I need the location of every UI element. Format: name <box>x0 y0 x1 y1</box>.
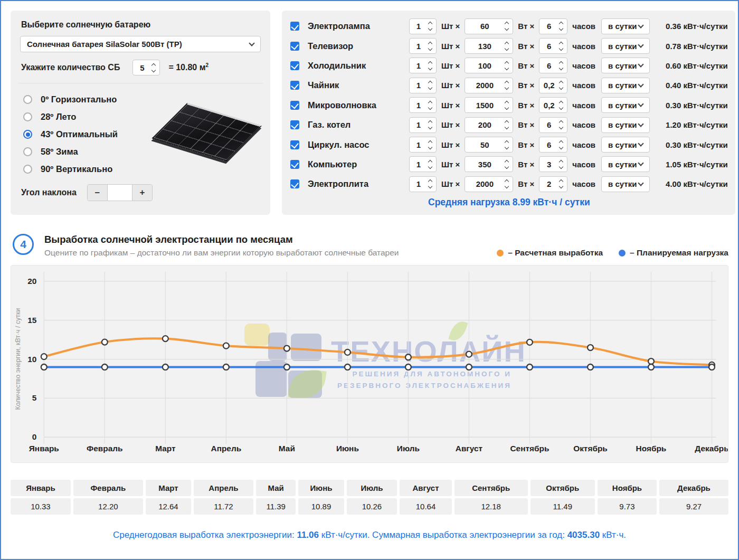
quantity-stepper[interactable]: 1 <box>409 176 437 192</box>
stepper-arrows-icon[interactable] <box>427 21 434 32</box>
stepper-arrows-icon[interactable] <box>557 119 565 130</box>
svg-text:Ноябрь: Ноябрь <box>636 444 667 453</box>
period-select[interactable]: в сутки <box>601 117 650 133</box>
period-select[interactable]: в сутки <box>601 156 650 172</box>
angle-plus-button[interactable]: + <box>132 185 152 201</box>
period-select[interactable]: в сутки <box>601 58 650 73</box>
stepper-arrows-icon[interactable] <box>427 178 434 189</box>
unit-qty-label: Шт × <box>441 160 460 169</box>
hours-stepper[interactable]: 6 <box>539 38 567 54</box>
stepper-arrows-icon[interactable] <box>427 41 434 52</box>
stepper-arrows-icon[interactable] <box>503 159 510 170</box>
appliances-panel: Электролампа 1 Шт × 60 Вт × 6 часов в су… <box>282 11 735 215</box>
hours-stepper[interactable]: 2 <box>539 176 567 192</box>
appliance-checkbox[interactable] <box>290 42 299 51</box>
hours-stepper[interactable]: 6 <box>539 137 567 153</box>
hours-stepper[interactable]: 3 <box>539 156 567 172</box>
tilt-angle-option[interactable]: 58º Зима <box>23 143 261 160</box>
power-stepper[interactable]: 100 <box>465 58 513 73</box>
radio-icon[interactable] <box>23 147 32 156</box>
stepper-arrows-icon[interactable] <box>503 119 510 130</box>
stepper-arrows-icon[interactable] <box>503 60 510 71</box>
stepper-arrows-icon[interactable] <box>503 80 510 91</box>
appliance-checkbox[interactable] <box>290 61 299 70</box>
stepper-arrows-icon[interactable] <box>557 60 565 71</box>
period-select-value: в сутки <box>608 179 639 188</box>
tilt-angle-option[interactable]: 90º Вертикально <box>23 160 261 178</box>
radio-icon[interactable] <box>23 130 32 139</box>
unit-hours-label: часов <box>572 120 595 129</box>
radio-icon[interactable] <box>23 112 32 121</box>
stepper-arrows-icon[interactable] <box>557 159 565 170</box>
period-select[interactable]: в сутки <box>601 97 650 113</box>
quantity-stepper[interactable]: 1 <box>409 38 437 54</box>
stepper-arrows-icon[interactable] <box>427 60 434 71</box>
quantity-stepper[interactable]: 1 <box>409 97 437 113</box>
stepper-arrows-icon[interactable] <box>503 41 510 52</box>
stepper-arrows-icon[interactable] <box>427 80 434 91</box>
chevron-down-icon <box>638 42 643 48</box>
quantity-stepper[interactable]: 1 <box>409 117 437 133</box>
period-select[interactable]: в сутки <box>601 38 650 54</box>
appliance-checkbox[interactable] <box>290 120 299 129</box>
quantity-stepper[interactable]: 1 <box>409 137 437 153</box>
hours-stepper[interactable]: 0,2 <box>539 78 567 93</box>
period-select[interactable]: в сутки <box>601 176 650 192</box>
stepper-arrows-icon[interactable] <box>557 41 565 52</box>
tilt-angle-option[interactable]: 43º Оптимальный <box>23 126 261 143</box>
appliance-checkbox[interactable] <box>290 160 299 169</box>
quantity-stepper[interactable]: 1 <box>409 78 437 93</box>
power-stepper[interactable]: 1500 <box>465 97 513 113</box>
power-stepper[interactable]: 2000 <box>465 176 513 192</box>
radio-icon[interactable] <box>23 165 32 174</box>
hours-stepper[interactable]: 6 <box>539 18 567 34</box>
appliance-checkbox[interactable] <box>290 101 299 110</box>
appliance-checkbox[interactable] <box>290 81 299 90</box>
hours-stepper[interactable]: 6 <box>539 58 567 73</box>
tilt-angle-label: 43º Оптимальный <box>41 129 118 139</box>
power-stepper[interactable]: 350 <box>465 156 513 172</box>
quantity-value: 1 <box>411 120 427 129</box>
chevron-down-icon <box>638 22 643 28</box>
angle-minus-button[interactable]: – <box>88 185 108 201</box>
power-stepper[interactable]: 130 <box>465 38 513 54</box>
stepper-arrows-icon[interactable] <box>557 21 565 32</box>
appliance-name: Электролампа <box>308 21 409 31</box>
angle-input[interactable] <box>108 185 132 201</box>
stepper-arrows-icon[interactable] <box>427 159 434 170</box>
stepper-arrows-icon[interactable] <box>557 100 565 111</box>
power-stepper[interactable]: 2000 <box>465 78 513 93</box>
radio-icon[interactable] <box>23 95 32 104</box>
table-month-value: 12.64 <box>146 498 191 515</box>
stepper-arrows-icon[interactable] <box>427 100 434 111</box>
hours-stepper[interactable]: 6 <box>539 117 567 133</box>
stepper-arrows-icon[interactable] <box>503 21 510 32</box>
stepper-arrows-icon[interactable] <box>503 139 510 150</box>
appliance-checkbox[interactable] <box>290 140 299 149</box>
stepper-arrows-icon[interactable] <box>150 62 157 73</box>
quantity-stepper[interactable]: 1 <box>409 156 437 172</box>
stepper-arrows-icon[interactable] <box>503 100 510 111</box>
appliance-checkbox[interactable] <box>290 179 299 188</box>
appliance-checkbox[interactable] <box>290 22 299 31</box>
power-stepper[interactable]: 200 <box>465 117 513 133</box>
stepper-arrows-icon[interactable] <box>557 139 565 150</box>
stepper-arrows-icon[interactable] <box>557 80 565 91</box>
stepper-arrows-icon[interactable] <box>503 178 510 189</box>
quantity-stepper[interactable]: 1 <box>409 18 437 34</box>
power-stepper[interactable]: 60 <box>465 18 513 34</box>
battery-quantity-stepper[interactable]: 5 <box>132 60 160 75</box>
period-select[interactable]: в сутки <box>601 18 650 34</box>
stepper-arrows-icon[interactable] <box>427 119 434 130</box>
period-select[interactable]: в сутки <box>601 137 650 153</box>
quantity-stepper[interactable]: 1 <box>409 58 437 73</box>
tilt-angle-option[interactable]: 0º Горизонтально <box>23 91 261 108</box>
period-select[interactable]: в сутки <box>601 78 650 93</box>
power-stepper[interactable]: 50 <box>465 137 513 153</box>
hours-stepper[interactable]: 0,2 <box>539 97 567 113</box>
tilt-angle-option[interactable]: 28º Лето <box>23 108 261 126</box>
battery-select[interactable]: Солнечная батарея SilaSolar 500Вт (ТР) <box>20 36 261 52</box>
hours-value: 6 <box>541 22 557 31</box>
stepper-arrows-icon[interactable] <box>427 139 434 150</box>
stepper-arrows-icon[interactable] <box>557 178 565 189</box>
